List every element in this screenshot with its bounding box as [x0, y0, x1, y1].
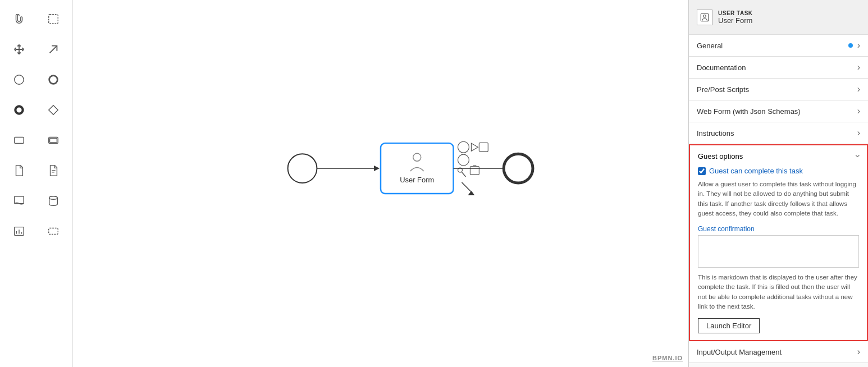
svg-marker-6: [49, 105, 58, 115]
section-web-form-header[interactable]: Web Form (with Json Schemas): [689, 100, 868, 122]
rectangle-double-tool[interactable]: [41, 128, 66, 153]
section-general: General: [689, 35, 868, 57]
svg-rect-30: [470, 167, 479, 175]
guest-checkbox-row: Guest can complete this task: [698, 167, 859, 175]
svg-rect-0: [49, 15, 58, 24]
svg-point-2: [15, 75, 24, 85]
svg-marker-35: [468, 191, 474, 195]
section-instructions: Instructions: [689, 122, 868, 144]
bpmn-diagram: User Form: [73, 0, 688, 367]
svg-rect-21: [381, 143, 454, 194]
section-documentation: Documentation: [689, 57, 868, 79]
svg-point-3: [49, 76, 58, 84]
move-tool[interactable]: [7, 37, 31, 62]
guest-confirmation-textarea[interactable]: [698, 235, 859, 268]
document-tool[interactable]: [7, 189, 31, 213]
general-section-right: [848, 40, 860, 51]
lasso-tool[interactable]: [41, 7, 66, 31]
svg-rect-7: [15, 137, 24, 144]
panel-header: USER TASK User Form: [689, 0, 868, 35]
arrow-tool[interactable]: [41, 37, 66, 62]
guest-complete-label: Guest can complete this task: [709, 167, 803, 175]
guest-options-chevron: [856, 151, 859, 161]
section-documentation-header[interactable]: Documentation: [689, 57, 868, 78]
general-dot: [848, 43, 853, 48]
hand-tool[interactable]: [7, 7, 31, 31]
section-web-form-label: Web Form (with Json Schemas): [697, 107, 801, 116]
section-guest-options: Guest options Guest can complete this ta…: [689, 144, 868, 341]
guest-options-header[interactable]: Guest options: [690, 145, 867, 167]
bar-chart-tool[interactable]: [7, 219, 31, 244]
diamond-tool[interactable]: [41, 98, 66, 122]
svg-point-39: [703, 15, 706, 17]
section-pre-post: Pre/Post Scripts: [689, 79, 868, 100]
guest-confirmation-label: Guest confirmation: [698, 225, 859, 233]
svg-line-1: [50, 46, 57, 53]
task-type-icon: [697, 10, 712, 25]
svg-rect-9: [50, 138, 57, 142]
svg-point-27: [458, 154, 469, 166]
svg-point-24: [458, 141, 469, 153]
svg-marker-25: [471, 143, 478, 151]
task-name-label: User Form: [718, 16, 753, 25]
section-general-header[interactable]: General: [689, 35, 868, 56]
toolbar: [0, 0, 73, 367]
section-pre-post-label: Pre/Post Scripts: [697, 85, 749, 94]
section-web-form: Web Form (with Json Schemas): [689, 100, 868, 122]
section-instructions-label: Instructions: [697, 129, 734, 137]
dashed-rect-tool[interactable]: [41, 219, 66, 244]
svg-text:User Form: User Form: [400, 176, 434, 184]
right-panel: USER TASK User Form General Documentatio…: [688, 0, 868, 367]
confirmation-description-text: This is markdown that is displayed to th…: [698, 273, 859, 311]
section-io-header[interactable]: Input/Output Management: [689, 341, 868, 363]
task-type-label: USER TASK: [718, 10, 753, 16]
section-instructions-header[interactable]: Instructions: [689, 122, 868, 144]
guest-options-body: Guest can complete this task Allow a gue…: [690, 167, 867, 340]
svg-marker-20: [374, 166, 380, 171]
svg-point-13: [49, 196, 58, 200]
documentation-chevron: [857, 62, 860, 72]
section-io-management: Input/Output Management: [689, 341, 868, 363]
web-form-chevron: [857, 106, 860, 116]
guest-options-label: Guest options: [698, 152, 743, 160]
section-io-label: Input/Output Management: [697, 348, 782, 356]
bpmn-watermark: BPMN.IO: [652, 355, 683, 361]
io-chevron: [857, 347, 860, 357]
svg-rect-12: [15, 196, 24, 204]
instructions-chevron: [857, 128, 860, 138]
circle-empty-tool[interactable]: [7, 67, 31, 92]
general-chevron: [857, 40, 860, 51]
circle-filled-tool[interactable]: [7, 98, 31, 122]
section-general-label: General: [697, 42, 723, 50]
guest-description-text: Allow a guest user to complete this task…: [698, 180, 859, 218]
cylinder-tool[interactable]: [41, 189, 66, 213]
page-folded-tool[interactable]: [41, 158, 66, 183]
section-pre-post-header[interactable]: Pre/Post Scripts: [689, 79, 868, 100]
svg-point-37: [504, 154, 533, 183]
page-plain-tool[interactable]: [7, 158, 31, 183]
svg-rect-26: [479, 143, 488, 152]
guest-complete-checkbox[interactable]: [698, 167, 706, 175]
circle-thick-tool[interactable]: [41, 67, 66, 92]
rectangle-tool[interactable]: [7, 128, 31, 153]
svg-point-5: [16, 107, 21, 112]
section-documentation-label: Documentation: [697, 63, 746, 72]
canvas[interactable]: User Form BPMN.IO: [73, 0, 688, 367]
pre-post-chevron: [857, 84, 860, 94]
launch-editor-button[interactable]: Launch Editor: [698, 318, 760, 333]
start-event: [288, 154, 317, 183]
panel-header-text: USER TASK User Form: [718, 10, 753, 25]
svg-rect-18: [49, 228, 58, 235]
